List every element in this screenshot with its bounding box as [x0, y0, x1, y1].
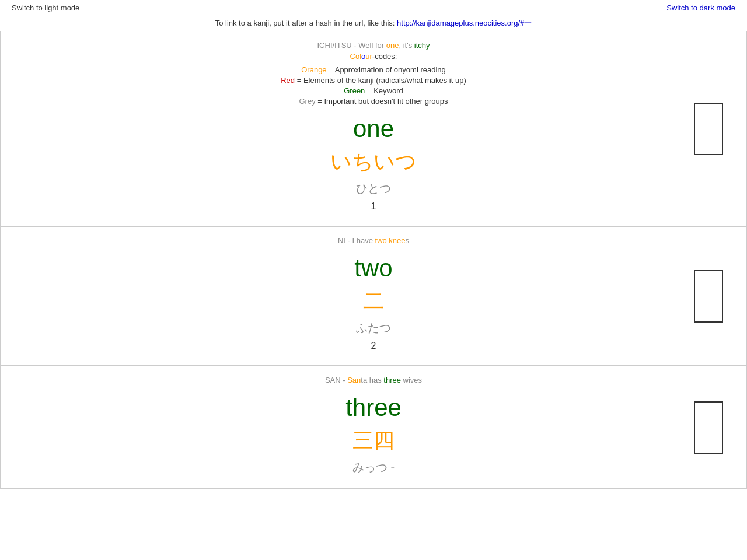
kanji-card-ni: NI - I have two knees two 二 ふたつ 2 [0, 226, 747, 366]
col-dash: -codes: [372, 52, 397, 61]
header-grey2-san: ta has [361, 376, 383, 384]
colour-grey-line: Grey = Important but doesn't fit other g… [10, 97, 737, 106]
orange-label: Orange [301, 65, 326, 74]
header-green-san: three [383, 376, 401, 384]
col-orange2: ur [365, 52, 372, 61]
header-grey3-san: wives [401, 376, 422, 384]
kunyomi-ichi: ひとつ [10, 181, 737, 197]
kunyomi-san: みっつ - [10, 460, 737, 475]
kunyomi-ni: ふたつ [10, 320, 737, 336]
header-orange2-ni: knee [387, 236, 406, 245]
grey-desc: = Important but doesn't fit other groups [316, 97, 448, 106]
kanji-card-ichi: ICHI/ITSU - Well for one, it's itchy Col… [0, 31, 747, 226]
onyomi-san: 三四 [10, 426, 737, 455]
number-ichi: 1 [10, 201, 737, 212]
header-grey2-ichi: , it's [399, 41, 414, 50]
kanji-image-ni [694, 270, 723, 323]
header-orange-ichi: one [386, 41, 399, 50]
keyword-ichi: one [10, 115, 737, 143]
card-header-ichi: ICHI/ITSU - Well for one, it's itchy [10, 41, 737, 50]
number-ni: 2 [10, 341, 737, 351]
colour-orange-line: Orange = Approximation of onyomi reading [10, 65, 737, 74]
header-grey-san: SAN - [325, 376, 347, 384]
col-orange: Col [350, 52, 362, 61]
keyword-ni: two [10, 254, 737, 282]
header-grey2-ni: s [406, 236, 410, 245]
header-grey-ichi: ICHI/ITSU - Well for [317, 41, 386, 50]
keyword-san: three [10, 394, 737, 422]
kanji-card-san: SAN - Santa has three wives three 三四 みっつ… [0, 366, 747, 489]
kanji-image-ichi [694, 103, 723, 155]
colour-green-line: Green = Keyword [10, 86, 737, 95]
green-desc: = Keyword [365, 86, 403, 95]
grey-label: Grey [299, 97, 315, 106]
onyomi-ichi: いちいつ [10, 148, 737, 176]
green-label: Green [344, 86, 365, 95]
header-grey-ni: NI - I have [338, 236, 375, 245]
red-desc: = Elements of the kanji (radicals/what m… [295, 76, 466, 85]
colour-codes-section: Colour-codes: [10, 52, 737, 61]
kanji-image-san [694, 401, 723, 454]
red-label: Red [281, 76, 295, 85]
card-header-ni: NI - I have two knees [10, 236, 737, 245]
orange-desc: = Approximation of onyomi reading [327, 65, 446, 74]
kanji-url[interactable]: http://kanjidamageplus.neocities.org/#一 [397, 19, 532, 27]
url-text: To link to a kanji, put it after a hash … [215, 19, 397, 27]
card-header-san: SAN - Santa has three wives [10, 376, 737, 384]
colour-red-line: Red = Elements of the kanji (radicals/wh… [10, 76, 737, 85]
url-bar: To link to a kanji, put it after a hash … [0, 16, 747, 31]
onyomi-ni: 二 [10, 287, 737, 316]
header-orange-ni: two [375, 236, 387, 245]
light-mode-label: Switch to light mode [12, 4, 79, 12]
header-orange-san: San [347, 376, 361, 384]
top-bar: Switch to light mode Switch to dark mode [0, 0, 747, 16]
dark-mode-link[interactable]: Switch to dark mode [666, 4, 735, 12]
header-green-ichi: itchy [414, 41, 430, 50]
